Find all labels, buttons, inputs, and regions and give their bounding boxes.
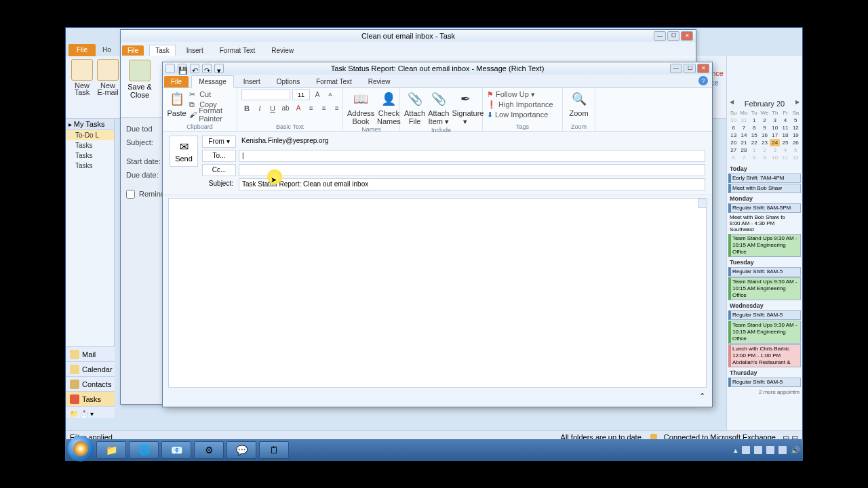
- bold-button[interactable]: B: [241, 103, 252, 114]
- italic-button[interactable]: I: [254, 103, 265, 114]
- save-close-button[interactable]: Save & Close: [125, 60, 155, 99]
- grow-font-button[interactable]: A: [312, 89, 323, 100]
- qat-icon[interactable]: [165, 64, 175, 73]
- taskbar-app3[interactable]: 🗒: [259, 441, 289, 459]
- msg-file-tab[interactable]: File: [164, 76, 189, 87]
- nav-contacts[interactable]: Contacts: [66, 376, 115, 391]
- msg-format-tab[interactable]: Format Text: [309, 76, 359, 87]
- agenda-item[interactable]: Meet with Bob Shaw fo 8:00 AM - 4:30 PM …: [728, 214, 801, 233]
- ruler-toggle[interactable]: [698, 199, 707, 208]
- check-names-button[interactable]: 👤Check Names: [377, 89, 401, 125]
- font-family-select[interactable]: [241, 89, 290, 100]
- new-task-button[interactable]: New Task: [70, 59, 94, 96]
- home-tab[interactable]: Ho: [98, 44, 115, 56]
- attach-file-button[interactable]: 📎Attach File: [404, 89, 425, 125]
- date-navigator[interactable]: ◀February 20▶ SuMoTuWeThFrSa303112345678…: [727, 97, 802, 163]
- align-left-button[interactable]: ≡: [306, 103, 317, 114]
- subject-label: Subject:: [202, 178, 236, 190]
- taskbar-outlook[interactable]: 📧: [161, 441, 191, 459]
- nav-tasks-3[interactable]: Tasks: [66, 161, 114, 171]
- nav-calendar[interactable]: Calendar: [66, 361, 115, 376]
- qat-redo[interactable]: ↷: [202, 64, 212, 73]
- underline-button[interactable]: U: [267, 103, 278, 114]
- new-email-button[interactable]: New E-mail: [96, 59, 120, 96]
- task-task-tab[interactable]: Task: [149, 45, 176, 56]
- task-close-button[interactable]: ✕: [681, 31, 693, 41]
- agenda-day-header: Today: [728, 164, 801, 173]
- cc-input[interactable]: [239, 164, 705, 176]
- prev-month-icon[interactable]: ◀: [730, 99, 734, 105]
- task-max-button[interactable]: ☐: [667, 31, 679, 41]
- msg-options-tab[interactable]: Options: [270, 76, 307, 87]
- qat-undo[interactable]: ↶: [190, 64, 199, 73]
- from-button[interactable]: From ▾: [202, 136, 236, 148]
- msg-max-button[interactable]: ☐: [684, 64, 696, 73]
- agenda-item[interactable]: Regular Shift: 8AM-5: [728, 378, 801, 387]
- low-importance-button[interactable]: ⬇Low Importance: [487, 110, 553, 119]
- expand-toggle[interactable]: ⌃: [163, 390, 712, 402]
- msg-min-button[interactable]: —: [670, 64, 682, 73]
- task-format-tab[interactable]: Format Text: [214, 45, 261, 56]
- shrink-font-button[interactable]: A: [325, 89, 336, 100]
- file-tab-main[interactable]: File: [68, 44, 96, 56]
- cc-button[interactable]: Cc...: [202, 164, 236, 176]
- qat-save[interactable]: 💾: [178, 64, 187, 73]
- nav-tasks-2[interactable]: Tasks: [66, 150, 114, 161]
- nav-todo-list[interactable]: To-Do L: [66, 130, 114, 140]
- nav-tasks[interactable]: Tasks: [66, 391, 115, 406]
- align-right-button[interactable]: ≡: [332, 103, 342, 114]
- agenda-item[interactable]: Early Shift: 7AM-4PM: [728, 174, 801, 183]
- align-center-button[interactable]: ≡: [319, 103, 330, 114]
- taskbar-ie[interactable]: 🌐: [129, 441, 159, 459]
- agenda-day-header: Thursday: [728, 368, 801, 377]
- start-button[interactable]: [68, 436, 94, 462]
- msg-insert-tab[interactable]: Insert: [237, 76, 267, 87]
- task-min-button[interactable]: —: [654, 31, 666, 41]
- task-insert-tab[interactable]: Insert: [181, 45, 209, 56]
- agenda-item[interactable]: Team Stand Ups 9:30 AM - 10:15 AM Engine…: [728, 321, 801, 344]
- nav-shortcuts[interactable]: 📁 📩 ▾: [66, 406, 115, 418]
- taskbar-app1[interactable]: ⚙: [194, 441, 224, 459]
- reminder-checkbox[interactable]: [126, 190, 135, 199]
- more-appointments[interactable]: 2 more appointm: [728, 388, 801, 396]
- agenda-item[interactable]: Regular Shift: 8AM-5: [728, 310, 801, 320]
- attach-item-button[interactable]: 📎Attach Item ▾: [428, 89, 449, 126]
- agenda-item[interactable]: Regular Shift: 8AM-5PM: [728, 203, 801, 213]
- font-color-button[interactable]: A: [293, 103, 304, 114]
- agenda-item[interactable]: Meet with Bob Shaw: [728, 184, 801, 193]
- cut-button[interactable]: ✂Cut: [189, 89, 233, 99]
- taskbar-explorer[interactable]: 📁: [96, 441, 126, 459]
- nav-tasks-1[interactable]: Tasks: [66, 140, 114, 150]
- next-month-icon[interactable]: ▶: [795, 99, 800, 105]
- system-tray[interactable]: ▴🔊: [734, 446, 800, 455]
- help-icon[interactable]: ?: [698, 76, 708, 85]
- to-button[interactable]: To...: [202, 150, 236, 162]
- agenda-item[interactable]: Regular Shift: 8AM-5: [728, 267, 801, 277]
- qat-more[interactable]: ▾: [214, 64, 224, 73]
- agenda-item[interactable]: Lunch with Chris Barbic 12:00 PM - 1:00 …: [728, 344, 801, 367]
- msg-review-tab[interactable]: Review: [361, 76, 397, 87]
- taskbar-app2[interactable]: 💬: [226, 441, 256, 459]
- followup-button[interactable]: ⚑Follow Up ▾: [487, 89, 553, 99]
- message-body[interactable]: ➤: [168, 198, 707, 388]
- nav-bottom-buttons: Mail Calendar Contacts Tasks 📁 📩 ▾: [66, 346, 115, 418]
- to-input[interactable]: |: [239, 150, 705, 162]
- address-book-button[interactable]: 📖Address Book: [347, 89, 374, 125]
- subject-input[interactable]: Task Status Report: Clean out email inbo…: [239, 178, 705, 190]
- paste-button[interactable]: 📋Paste: [167, 89, 186, 117]
- my-tasks-header[interactable]: ▸ My Tasks: [66, 119, 114, 130]
- font-size-select[interactable]: 11: [292, 89, 310, 100]
- format-painter-button[interactable]: 🖌Format Painter: [189, 110, 233, 119]
- msg-close-button[interactable]: ✕: [697, 64, 709, 73]
- agenda-item[interactable]: Team Stand Ups 9:30 AM - 10:15 AM Engine…: [728, 277, 801, 300]
- msg-message-tab[interactable]: Message: [191, 75, 234, 88]
- agenda-item[interactable]: Team Stand Ups 9:30 AM - 10:15 AM Engine…: [728, 234, 801, 257]
- highlight-button[interactable]: ab: [280, 103, 291, 114]
- send-button[interactable]: ✉Send: [170, 136, 198, 167]
- zoom-button[interactable]: 🔍Zoom: [567, 89, 591, 117]
- task-file-tab[interactable]: File: [122, 45, 144, 56]
- high-importance-button[interactable]: ❗High Importance: [487, 100, 553, 109]
- nav-mail[interactable]: Mail: [66, 346, 115, 361]
- signature-button[interactable]: ✒Signature ▾: [452, 89, 479, 126]
- task-review-tab[interactable]: Review: [266, 45, 299, 56]
